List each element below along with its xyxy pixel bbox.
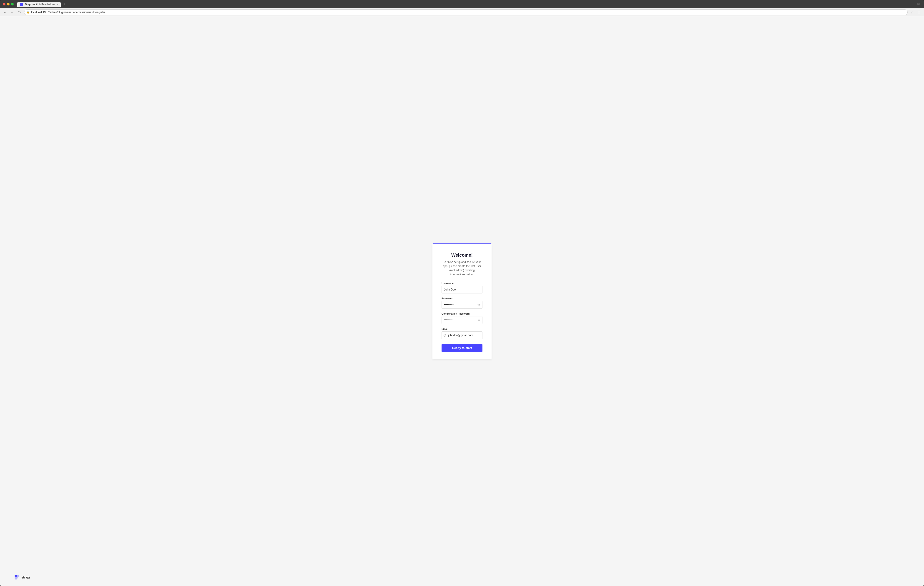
confirmation-password-label: Confirmation Password xyxy=(442,312,482,315)
password-label: Password xyxy=(442,297,482,300)
strapi-logo: strapi xyxy=(14,574,30,581)
refresh-button[interactable]: ↻ xyxy=(17,10,22,15)
password-group: Password 👁 xyxy=(442,297,482,309)
tab-close-icon[interactable]: × xyxy=(56,3,58,6)
submit-button[interactable]: Ready to start xyxy=(442,344,482,352)
browser-toolbar: ← → ↻ 🔒 localhost:1337/admin/plugins/use… xyxy=(0,8,924,16)
password-input[interactable] xyxy=(442,301,482,309)
email-label: Email xyxy=(442,328,482,330)
tab-area: Strapi - Auth & Permissions × + xyxy=(17,2,914,7)
bookmark-icon[interactable]: ☆ xyxy=(909,10,915,15)
strapi-logo-text: strapi xyxy=(21,576,30,579)
extensions-icon[interactable]: ⊞ xyxy=(916,2,921,7)
active-tab[interactable]: Strapi - Auth & Permissions × xyxy=(17,2,61,7)
welcome-title: Welcome! xyxy=(442,252,482,258)
toolbar-right: ☆ ⋮ xyxy=(909,10,922,15)
strapi-logo-icon xyxy=(14,574,20,581)
welcome-subtitle: To finish setup and secure your app, ple… xyxy=(442,260,482,277)
confirmation-password-wrapper: 👁 xyxy=(442,316,482,324)
browser-content: Welcome! To finish setup and secure your… xyxy=(0,16,924,586)
username-input[interactable] xyxy=(442,286,482,293)
maximize-button[interactable] xyxy=(11,3,14,5)
page-container: Welcome! To finish setup and secure your… xyxy=(0,16,924,586)
more-menu-icon[interactable]: ⋮ xyxy=(916,10,922,15)
back-button[interactable]: ← xyxy=(2,10,8,15)
confirmation-password-group: Confirmation Password 👁 xyxy=(442,312,482,324)
new-tab-button[interactable]: + xyxy=(62,2,67,7)
password-wrapper: 👁 xyxy=(442,301,482,309)
username-label: Username xyxy=(442,282,482,285)
tab-title: Strapi - Auth & Permissions xyxy=(25,3,55,6)
address-bar[interactable]: 🔒 localhost:1337/admin/plugins/users-per… xyxy=(24,9,908,15)
lock-icon: 🔒 xyxy=(26,11,30,14)
email-input[interactable] xyxy=(442,331,482,339)
email-wrapper: @ xyxy=(442,331,482,339)
close-button[interactable] xyxy=(3,3,5,5)
confirmation-password-input[interactable] xyxy=(442,316,482,324)
traffic-lights xyxy=(3,3,14,5)
password-toggle-icon[interactable]: 👁 xyxy=(477,303,481,307)
email-group: Email @ xyxy=(442,328,482,339)
confirmation-password-toggle-icon[interactable]: 👁 xyxy=(477,318,481,322)
browser-titlebar: Strapi - Auth & Permissions × + ⊞ xyxy=(0,0,924,8)
tab-favicon xyxy=(20,3,23,6)
browser-window: Strapi - Auth & Permissions × + ⊞ ← → ↻ … xyxy=(0,0,924,586)
at-icon: @ xyxy=(443,334,446,337)
registration-form-card: Welcome! To finish setup and secure your… xyxy=(432,244,492,359)
minimize-button[interactable] xyxy=(7,3,10,5)
username-group: Username xyxy=(442,282,482,293)
forward-button[interactable]: → xyxy=(10,10,15,15)
url-display: localhost:1337/admin/plugins/users-permi… xyxy=(31,11,905,14)
